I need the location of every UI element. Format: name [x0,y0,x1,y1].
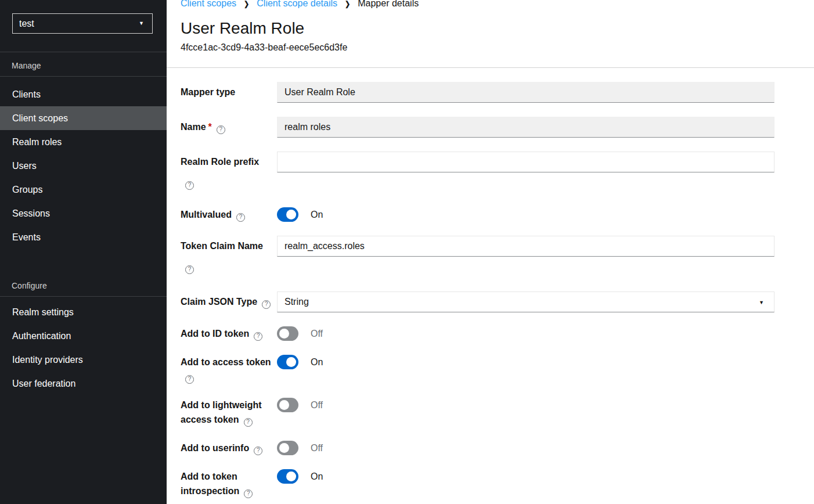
mapper-id: 4fcce1ac-3cd9-4a33-beaf-eece5ec6d3fe [181,42,800,53]
mapper-type-input[interactable] [277,82,775,103]
sidebar-item-identity-providers[interactable]: Identity providers [0,348,167,372]
mapper-form: Mapper type Name*? Realm Role prefix? Mu… [167,68,814,504]
form-row-multivalued: Multivalued? On [181,207,775,222]
field-label: Name*? [181,117,277,138]
breadcrumb-current: Mapper details [358,0,419,8]
sidebar-item-realm-roles[interactable]: Realm roles [0,130,167,154]
form-row-add-to-id-token: Add to ID token? Off [181,326,775,341]
toggle-state-label: Off [311,326,323,341]
sidebar: test ▼ Manage Clients Client scopes Real… [0,0,167,504]
field-label: Token Claim Name? [181,236,277,278]
help-icon[interactable]: ? [236,213,245,222]
form-row-add-to-token-introspection: Add to token introspection? On [181,469,775,498]
sidebar-item-sessions[interactable]: Sessions [0,201,167,225]
toggle-state-label: On [311,207,323,222]
multivalued-toggle[interactable] [277,207,298,222]
page-header: Client scopes ❯ Client scope details ❯ M… [167,0,814,68]
chevron-down-icon: ▼ [139,21,144,26]
field-label: Add to access token? [181,355,277,384]
toggle-state-label: On [311,355,323,369]
form-row-name: Name*? [181,117,775,138]
sidebar-item-client-scopes[interactable]: Client scopes [0,106,167,130]
help-icon[interactable]: ? [254,447,262,455]
angle-right-icon: ❯ [244,0,249,9]
sidebar-item-user-federation[interactable]: User federation [0,372,167,395]
breadcrumb-link-client-scope-details[interactable]: Client scope details [257,0,337,8]
form-row-token-claim-name: Token Claim Name? [181,236,775,278]
sidebar-item-realm-settings[interactable]: Realm settings [0,300,167,324]
breadcrumb: Client scopes ❯ Client scope details ❯ M… [181,0,800,8]
realm-role-prefix-input[interactable] [277,152,775,172]
help-icon[interactable]: ? [185,265,194,274]
toggle-state-label: Off [311,441,323,455]
nav-group-title: Manage [0,52,167,76]
main-content: Client scopes ❯ Client scope details ❯ M… [167,0,814,504]
field-label: Mapper type [181,82,277,103]
help-icon[interactable]: ? [244,489,253,498]
help-icon[interactable]: ? [244,418,253,427]
help-icon[interactable]: ? [254,332,262,341]
token-claim-name-input[interactable] [277,236,775,257]
help-icon[interactable]: ? [262,300,271,309]
sidebar-item-events[interactable]: Events [0,225,167,249]
realm-selector-dropdown[interactable]: test ▼ [12,13,153,34]
form-row-add-to-lightweight-access-token: Add to lightweight access token? Off [181,398,775,427]
add-to-token-introspection-toggle[interactable] [277,469,298,484]
nav-group-configure: Configure Realm settings Authentication … [0,272,167,395]
caret-down-icon: ▼ [759,300,764,305]
form-row-add-to-access-token: Add to access token? On [181,355,775,384]
claim-json-type-select[interactable]: String ▼ [277,291,775,312]
form-row-mapper-type: Mapper type [181,82,775,103]
sidebar-item-users[interactable]: Users [0,154,167,178]
field-label: Add to ID token? [181,326,277,341]
toggle-state-label: On [311,469,323,484]
form-row-claim-json-type: Claim JSON Type? String ▼ [181,291,775,312]
help-icon[interactable]: ? [217,125,225,134]
nav-group-title: Configure [0,272,167,296]
breadcrumb-link-client-scopes[interactable]: Client scopes [181,0,236,8]
sidebar-item-groups[interactable]: Groups [0,178,167,201]
required-indicator: * [208,122,212,132]
add-to-lightweight-access-token-toggle[interactable] [277,398,298,412]
help-icon[interactable]: ? [185,375,194,384]
page: test ▼ Manage Clients Client scopes Real… [0,0,814,504]
nav-group-manage: Manage Clients Client scopes Realm roles… [0,52,167,249]
add-to-id-token-toggle[interactable] [277,326,298,341]
field-label: Realm Role prefix? [181,152,277,193]
field-label: Add to token introspection? [181,469,277,498]
angle-right-icon: ❯ [345,0,350,9]
field-label: Multivalued? [181,207,277,222]
help-icon[interactable]: ? [185,181,194,190]
form-row-realm-role-prefix: Realm Role prefix? [181,152,775,193]
sidebar-item-authentication[interactable]: Authentication [0,324,167,348]
field-label: Claim JSON Type? [181,291,277,312]
add-to-userinfo-toggle[interactable] [277,441,298,455]
field-label: Add to lightweight access token? [181,398,277,427]
add-to-access-token-toggle[interactable] [277,355,298,369]
page-title: User Realm Role [181,20,800,37]
select-value: String [284,297,309,307]
toggle-state-label: Off [311,398,323,412]
realm-selector-value: test [19,19,34,29]
name-input[interactable] [277,117,775,138]
field-label: Add to userinfo? [181,441,277,455]
form-row-add-to-userinfo: Add to userinfo? Off [181,441,775,455]
sidebar-item-clients[interactable]: Clients [0,82,167,106]
